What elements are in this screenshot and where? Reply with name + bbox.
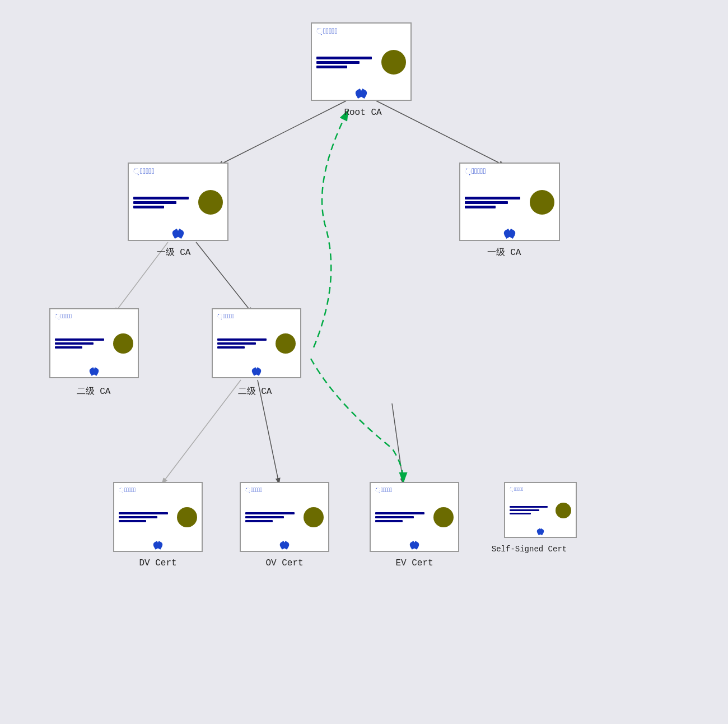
level1-ca-left-cert: ᨘᨗᨕ᪵᪶᪵ᨗ — [128, 163, 228, 241]
level2-ca-right-cert: ᨘᨗᨕ᪵᪶᪵ᨗ — [212, 308, 301, 378]
level1-ca-right-cert: ᨘᨗᨕ᪵᪶᪵ᨗ — [459, 163, 560, 241]
dv-cert: ᨘᨗᨕ᪵᪶᪵ᨗ — [113, 482, 203, 552]
level2-ca-left-cert: ᨘᨗᨕ᪵᪶᪵ᨗ — [49, 308, 139, 378]
level2-ca-right-label: 二级 CA — [202, 386, 308, 397]
level2-ca-left-label: 二级 CA — [40, 386, 147, 397]
diagram: ᨘᨗᨕ᪵᪶᪵ᨗ Root CA ᨘᨗᨕ᪵᪶᪵ᨗ — [0, 0, 728, 724]
self-signed-cert: ᨘᨗᨕ᪵᪶᪵ᨗ — [504, 482, 577, 538]
level1-ca-right-label: 一级 CA — [448, 247, 560, 258]
root-ca-cert: ᨘᨗᨕ᪵᪶᪵ᨗ — [311, 22, 412, 101]
ev-cert-label: EV Cert — [367, 558, 461, 568]
svg-line-6 — [392, 403, 403, 483]
ov-cert: ᨘᨗᨕ᪵᪶᪵ᨗ — [240, 482, 329, 552]
ev-cert: ᨘᨗᨕ᪵᪶᪵ᨗ — [370, 482, 459, 552]
ov-cert-label: OV Cert — [237, 558, 332, 568]
self-signed-cert-label: Self-Signed Cert — [479, 545, 580, 554]
level1-ca-left-label: 一级 CA — [118, 247, 230, 258]
dv-cert-label: DV Cert — [111, 558, 205, 568]
root-ca-label: Root CA — [312, 108, 413, 118]
